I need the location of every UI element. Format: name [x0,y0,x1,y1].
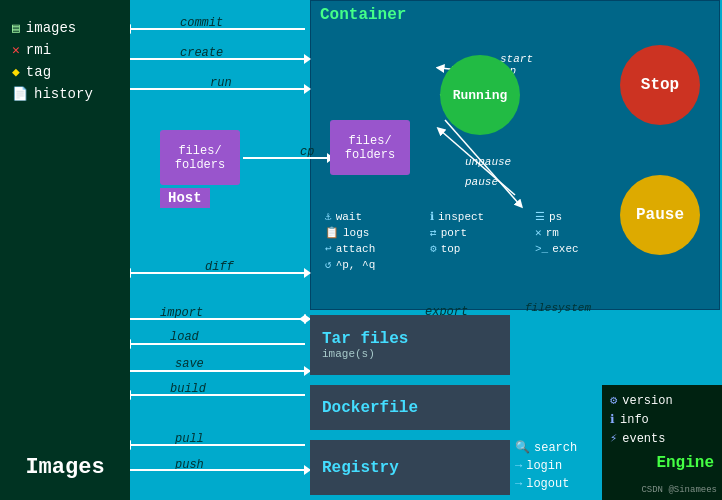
sidebar-item-history[interactable]: 📄 history [12,86,118,102]
sidebar-item-rmi-label: rmi [26,42,51,58]
engine-panel: ⚙ version ℹ info ⚡ events Engine [602,385,722,500]
cmd-wait: ⚓ wait [325,210,425,223]
save-label: save [175,357,204,371]
engine-info: ℹ info [610,412,714,427]
sidebar-item-rmi[interactable]: ✕ rmi [12,42,118,58]
host-label: Host [160,188,210,208]
diff-arrow [130,272,305,274]
pull-arrow [130,444,305,446]
registry-logout: → logout [515,477,577,491]
sidebar-item-tag[interactable]: ◆ tag [12,64,118,80]
tar-files-box: Tar files image(s) [310,315,510,375]
build-arrow [130,394,305,396]
registry-search: 🔍 search [515,440,577,455]
tag-icon: ◆ [12,64,20,80]
logout-icon: → [515,477,522,491]
host-files-box: files/folders [160,130,240,185]
cmd-rm: ✕ rm [535,226,635,239]
filesystem-label: filesystem [525,302,591,314]
events-icon: ⚡ [610,431,617,446]
sidebar-item-images[interactable]: ▤ images [12,20,118,36]
push-arrow [130,469,305,471]
x-icon: ✕ [12,42,20,58]
registry-commands: 🔍 search → login → logout [515,440,577,491]
create-arrow [130,58,305,60]
cmd-top: ⚙ top [430,242,530,255]
engine-events: ⚡ events [610,431,714,446]
sidebar-item-tag-label: tag [26,64,51,80]
cmd-ctrlpq: ↺ ^p, ^q [325,258,425,271]
container-files-box: files/folders [330,120,410,175]
stop-circle: Stop [620,45,700,125]
cp-arrow [243,157,328,159]
cmd-inspect: ℹ inspect [430,210,530,223]
save-arrow [130,370,305,372]
main-area: Container Running Stop Pause start kill,… [130,0,722,500]
engine-title: Engine [610,454,714,472]
grid-icon: ▤ [12,20,20,36]
run-arrow [130,88,305,90]
cmd-attach: ↩ attach [325,242,425,255]
images-label: Images [12,435,118,480]
gear-icon: ⚙ [610,393,617,408]
sidebar-item-images-label: images [26,20,76,36]
registry-box: Registry [310,440,510,495]
sidebar: ▤ images ✕ rmi ◆ tag 📄 history Images [0,0,130,500]
running-circle: Running [440,55,520,135]
engine-version: ⚙ version [610,393,714,408]
import-arrow [130,318,305,320]
cmd-logs: 📋 logs [325,226,425,239]
sidebar-item-history-label: history [34,86,93,102]
pause-circle: Pause [620,175,700,255]
registry-login: → login [515,459,577,473]
info-icon: ℹ [610,412,615,427]
tar-files-label: Tar files [322,330,408,348]
doc-icon: 📄 [12,86,28,102]
registry-label: Registry [322,459,399,477]
tar-files-sub: image(s) [322,348,375,360]
load-arrow [130,343,305,345]
watermark: CSDN @Sinamees [641,485,717,495]
container-title: Container [320,6,406,24]
cmd-exec: >_ exec [535,242,635,255]
cmd-port: ⇄ port [430,226,530,239]
login-icon: → [515,459,522,473]
load-label: load [170,330,199,344]
commit-arrow [130,28,305,30]
dockerfile-label: Dockerfile [322,399,418,417]
search-icon: 🔍 [515,440,530,455]
container-commands: ⚓ wait ℹ inspect ☰ ps 📋 logs ⇄ port ✕ rm… [325,210,635,271]
dockerfile-box: Dockerfile [310,385,510,430]
